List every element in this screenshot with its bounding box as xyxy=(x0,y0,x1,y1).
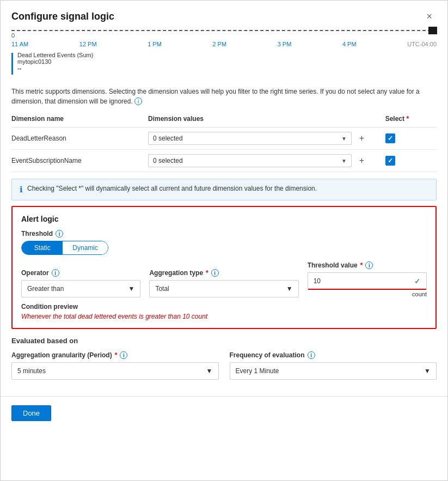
agg-type-label: Aggregation type * i xyxy=(149,269,298,277)
chart-zero-label: 0 xyxy=(11,32,15,39)
chart-legend-title: Dead Lettered Events (Sum) xyxy=(17,52,93,58)
info-banner-icon: ℹ xyxy=(20,185,23,194)
chart-dashed-line xyxy=(11,30,437,31)
chart-legend: Dead Lettered Events (Sum) mytopic0130 -… xyxy=(11,48,437,76)
frequency-label: Frequency of evaluation i xyxy=(230,351,437,359)
threshold-value-info-icon[interactable]: i xyxy=(365,261,373,269)
frequency-group: Frequency of evaluation i Every 1 Minute… xyxy=(230,351,437,380)
dimension-row-2: EventSubscriptionName 0 selected ▼ + xyxy=(11,150,437,172)
chart-utc-label: UTC-04:00 xyxy=(407,41,437,47)
col-header-select: Select * xyxy=(385,113,437,127)
count-label: count xyxy=(308,291,427,297)
condition-preview: Condition preview Whenever the total dea… xyxy=(21,303,427,320)
condition-preview-text: Whenever the total dead lettered events … xyxy=(21,313,427,320)
chart-time-4: 2 PM xyxy=(212,41,226,47)
operator-info-icon[interactable]: i xyxy=(52,269,59,277)
threshold-value-input[interactable]: 10 ✓ xyxy=(308,272,427,290)
chart-time-1: 11 AM xyxy=(11,41,28,47)
frequency-chevron-icon: ▼ xyxy=(424,367,431,375)
threshold-value-check-icon: ✓ xyxy=(414,277,421,285)
dimension-checkbox-1[interactable] xyxy=(385,133,395,143)
dimension-value-1[interactable]: 0 selected ▼ xyxy=(148,127,356,150)
operator-group: Operator i Greater than ▼ xyxy=(21,269,140,297)
threshold-value-group: Threshold value * i 10 ✓ count xyxy=(308,261,427,297)
dimension-name-1: DeadLetterReason xyxy=(11,127,148,150)
frequency-info-icon[interactable]: i xyxy=(308,351,315,359)
agg-granularity-info-icon[interactable]: i xyxy=(120,351,127,359)
chart-time-6: 4 PM xyxy=(342,41,357,47)
chart-time-2: 12 PM xyxy=(79,41,97,47)
agg-type-select[interactable]: Total ▼ xyxy=(149,280,298,297)
operator-select[interactable]: Greater than ▼ xyxy=(21,280,140,297)
threshold-toggle-group[interactable]: Static Dynamic xyxy=(21,241,108,255)
agg-granularity-group: Aggregation granularity (Period) * i 5 m… xyxy=(11,351,219,380)
chart-area: 0 11 AM 12 PM 1 PM 2 PM 3 PM 4 PM UTC-04… xyxy=(1,30,447,76)
dimension-add-2[interactable]: + xyxy=(356,150,385,172)
agg-type-group: Aggregation type * i Total ▼ xyxy=(149,269,298,297)
dimension-checkbox-2[interactable] xyxy=(385,156,395,166)
threshold-value-label: Threshold value * i xyxy=(308,261,427,269)
dimension-value-2[interactable]: 0 selected ▼ xyxy=(148,150,356,172)
chart-time-5: 3 PM xyxy=(278,41,292,47)
info-banner: ℹ Checking "Select *" will dynamically s… xyxy=(11,179,437,200)
dimension-add-1[interactable]: + xyxy=(356,127,385,150)
agg-granularity-select[interactable]: 5 minutes ▼ xyxy=(11,362,219,380)
toggle-dynamic-btn[interactable]: Dynamic xyxy=(63,241,108,254)
done-button[interactable]: Done xyxy=(11,405,51,421)
dimension-section: This metric supports dimensions. Selecti… xyxy=(1,81,447,206)
dimension-select-1[interactable] xyxy=(385,127,437,150)
footer: Done xyxy=(1,397,447,430)
dimension-add-btn-2[interactable]: + xyxy=(356,156,367,166)
agg-type-chevron-icon: ▼ xyxy=(286,285,293,293)
condition-preview-label: Condition preview xyxy=(21,303,427,310)
threshold-label: Threshold i xyxy=(21,230,427,238)
col-header-values: Dimension values xyxy=(148,113,385,127)
chart-time-3: 1 PM xyxy=(148,41,162,47)
agg-granularity-chevron-icon: ▼ xyxy=(206,367,213,375)
dimension-add-btn-1[interactable]: + xyxy=(356,133,367,143)
col-header-name: Dimension name xyxy=(11,113,148,127)
evaluated-section: Evaluated based on Aggregation granulari… xyxy=(1,337,447,387)
chart-legend-value: -- xyxy=(17,65,93,71)
dialog-title: Configure signal logic xyxy=(11,11,114,22)
agg-type-info-icon[interactable]: i xyxy=(211,269,219,277)
dimension-info-text: This metric supports dimensions. Selecti… xyxy=(11,87,437,106)
operator-chevron-icon: ▼ xyxy=(128,285,135,293)
chart-indicator xyxy=(428,27,437,34)
dimension-row-1: DeadLetterReason 0 selected ▼ + xyxy=(11,127,437,150)
operator-label: Operator i xyxy=(21,269,140,277)
chart-legend-subtitle: mytopic0130 xyxy=(17,58,93,65)
dimension-info-icon[interactable]: i xyxy=(134,98,142,105)
alert-logic-box: Alert logic Threshold i Static Dynamic O… xyxy=(11,206,437,329)
agg-granularity-label: Aggregation granularity (Period) * i xyxy=(11,351,219,359)
dimension-name-2: EventSubscriptionName xyxy=(11,150,148,172)
toggle-static-btn[interactable]: Static xyxy=(22,241,63,254)
alert-logic-title: Alert logic xyxy=(21,215,427,223)
dimension-select-2[interactable] xyxy=(385,150,437,172)
close-button[interactable]: × xyxy=(422,9,437,23)
evaluated-title: Evaluated based on xyxy=(11,337,437,345)
chart-time-axis: 11 AM 12 PM 1 PM 2 PM 3 PM 4 PM UTC-04:0… xyxy=(11,40,437,48)
frequency-select[interactable]: Every 1 Minute ▼ xyxy=(230,362,437,380)
threshold-info-icon[interactable]: i xyxy=(56,230,63,238)
alert-fields-row: Operator i Greater than ▼ Aggregation ty… xyxy=(21,261,427,297)
dimension-table: Dimension name Dimension values Select *… xyxy=(11,113,437,172)
info-banner-text: Checking "Select *" will dynamically sel… xyxy=(27,185,317,192)
dialog-header: Configure signal logic × xyxy=(1,1,447,30)
eval-fields-row: Aggregation granularity (Period) * i 5 m… xyxy=(11,351,437,380)
chart-axis-row: 0 xyxy=(11,31,437,40)
